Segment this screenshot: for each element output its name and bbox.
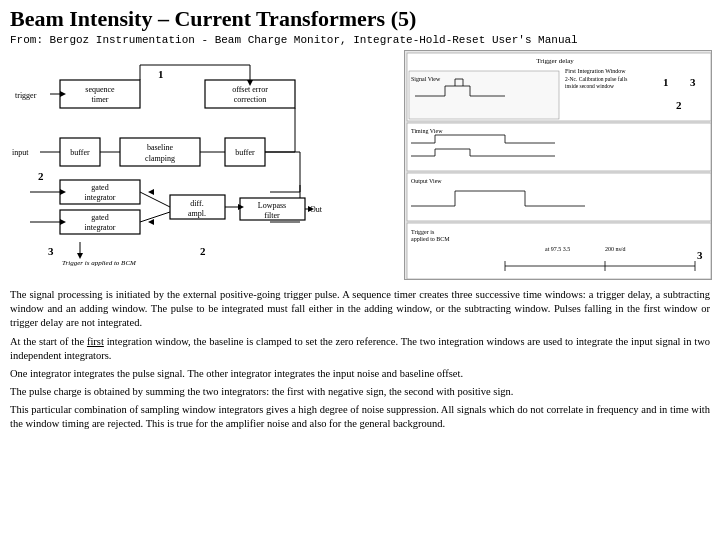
svg-text:First Integration Window: First Integration Window — [565, 68, 626, 74]
svg-text:integrator: integrator — [84, 223, 115, 232]
paragraph-1: The signal processing is initiated by th… — [10, 288, 710, 331]
svg-text:2: 2 — [676, 99, 682, 111]
svg-text:ampl.: ampl. — [188, 209, 206, 218]
svg-text:sequence: sequence — [85, 85, 115, 94]
svg-text:1: 1 — [158, 68, 164, 80]
svg-text:integrator: integrator — [84, 193, 115, 202]
svg-text:correction: correction — [234, 95, 266, 104]
svg-text:clamping: clamping — [145, 154, 175, 163]
oscilloscope-display: Trigger delay First Integration Window 2… — [404, 50, 712, 280]
svg-text:inside second window: inside second window — [565, 83, 614, 89]
svg-text:3: 3 — [697, 249, 703, 261]
svg-text:gated: gated — [91, 213, 108, 222]
page-subtitle: From: Bergoz Instrumentation - Beam Char… — [10, 34, 710, 46]
svg-text:200 ns/d: 200 ns/d — [605, 246, 626, 252]
paragraph-3: One integrator integrates the pulse sign… — [10, 367, 710, 381]
svg-rect-88 — [407, 123, 711, 171]
paragraph-4: The pulse charge is obtained by summing … — [10, 385, 710, 399]
svg-text:Trigger is: Trigger is — [411, 229, 435, 235]
svg-text:2-Nc. Calibration pulse falls: 2-Nc. Calibration pulse falls — [565, 76, 627, 82]
svg-text:3: 3 — [690, 76, 696, 88]
svg-text:Output View: Output View — [411, 178, 442, 184]
svg-text:offset error: offset error — [232, 85, 268, 94]
svg-text:buffer: buffer — [70, 148, 90, 157]
svg-text:diff.: diff. — [190, 199, 203, 208]
text-section: The signal processing is initiated by th… — [10, 288, 710, 432]
svg-text:trigger: trigger — [15, 91, 37, 100]
page-container: Beam Intensity – Current Transformers (5… — [0, 0, 720, 540]
paragraph-2: At the start of the first integration wi… — [10, 335, 710, 363]
svg-text:baseline: baseline — [147, 143, 174, 152]
oscilloscope-svg: Trigger delay First Integration Window 2… — [405, 51, 712, 280]
svg-text:filter: filter — [264, 211, 280, 220]
svg-rect-100 — [407, 173, 711, 221]
page-title: Beam Intensity – Current Transformers (5… — [10, 6, 710, 32]
svg-text:buffer: buffer — [235, 148, 255, 157]
svg-text:at 97.5 3.5: at 97.5 3.5 — [545, 246, 570, 252]
svg-text:1: 1 — [663, 76, 669, 88]
svg-text:gated: gated — [91, 183, 108, 192]
main-content: sequence timer offset error correction t… — [10, 50, 710, 284]
diagram-section: sequence timer offset error correction t… — [10, 50, 400, 284]
paragraph-5: This particular combination of sampling … — [10, 403, 710, 431]
svg-text:2: 2 — [38, 170, 44, 182]
svg-text:timer: timer — [92, 95, 109, 104]
svg-text:Lowpass: Lowpass — [258, 201, 286, 210]
block-diagram: sequence timer offset error correction t… — [10, 50, 400, 280]
svg-text:Signal View: Signal View — [411, 76, 441, 82]
svg-text:2: 2 — [200, 245, 206, 257]
svg-text:Trigger delay: Trigger delay — [536, 57, 574, 65]
svg-text:applied to BCM: applied to BCM — [411, 236, 450, 242]
svg-text:input: input — [12, 148, 29, 157]
svg-text:Trigger is applied to BCM: Trigger is applied to BCM — [62, 259, 137, 267]
right-section: Trigger delay First Integration Window 2… — [404, 50, 712, 284]
svg-text:Timing View: Timing View — [411, 128, 443, 134]
svg-text:3: 3 — [48, 245, 54, 257]
